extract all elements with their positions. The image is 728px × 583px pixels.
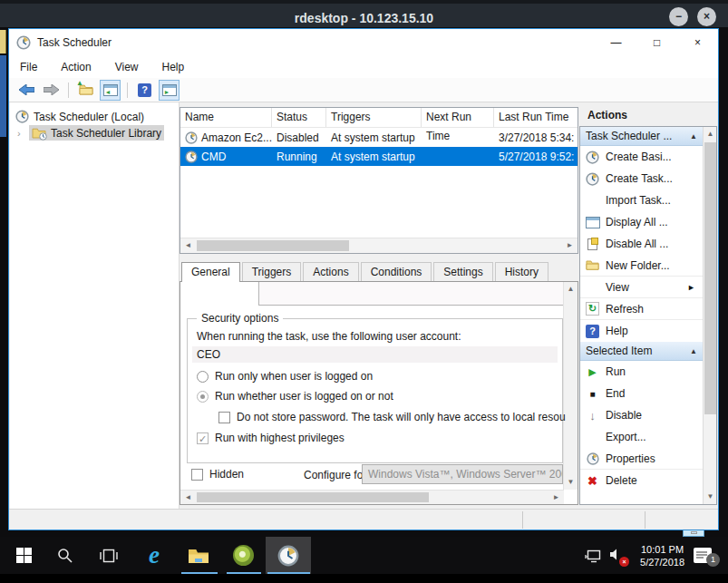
tab-history[interactable]: History: [495, 262, 548, 281]
tab-content-vscrollbar[interactable]: ▲ ▼: [563, 282, 578, 490]
checkbox-run-highest-privileges[interactable]: ✓ Run with highest privileges: [197, 432, 345, 444]
scroll-left-icon[interactable]: ◄: [180, 491, 196, 505]
action-delete[interactable]: ✖ Delete: [580, 470, 703, 491]
notification-count-badge: 1: [706, 553, 720, 567]
scroll-down-icon[interactable]: ▼: [564, 475, 578, 490]
column-header-next-run-time[interactable]: Next Run Time: [422, 108, 494, 127]
notification-center-icon[interactable]: 1: [694, 548, 712, 563]
action-end[interactable]: ■ End: [580, 383, 703, 404]
action-display-all[interactable]: Display All ...: [580, 211, 703, 233]
volume-muted-icon[interactable]: ×: [609, 548, 624, 564]
column-header-triggers[interactable]: Triggers: [326, 108, 422, 127]
task-scheduler-taskbar-button[interactable]: [266, 537, 311, 574]
checkbox-icon[interactable]: [218, 412, 230, 423]
action-disable[interactable]: ↓ Disable: [580, 404, 703, 426]
action-create-basic-task[interactable]: Create Basi...: [580, 146, 703, 168]
action-import-task[interactable]: Import Task...: [580, 189, 703, 211]
tab-content-hscrollbar[interactable]: ◄ ►: [180, 490, 564, 504]
rdesktop-close-button[interactable]: ×: [697, 7, 716, 26]
radio-run-logged-on[interactable]: Run only when user is logged on: [197, 370, 373, 383]
export-list-button[interactable]: ▲: [75, 80, 96, 101]
menu-file[interactable]: File: [20, 61, 37, 73]
kiwi-app-button[interactable]: [223, 537, 263, 574]
tree-selected-item[interactable]: Task Scheduler Library: [29, 125, 164, 141]
rdesktop-session: rdesktop - 10.123.15.10 − × Task Schedul…: [0, 0, 728, 583]
action-view[interactable]: View ►: [580, 277, 703, 298]
toolbar-separator: [68, 83, 69, 98]
show-action-pane-button[interactable]: ►: [159, 80, 180, 101]
task-list-header: Name Status Triggers Next Run Time Last …: [180, 108, 578, 128]
help-toolbar-button[interactable]: ?: [134, 80, 155, 101]
actions-group-selected-item[interactable]: Selected Item ▲: [580, 342, 703, 361]
configure-for-label: Configure for:: [304, 469, 370, 481]
task-row-cmd-selected[interactable]: CMD Running At system startup 5/27/2018 …: [180, 147, 578, 166]
action-new-folder[interactable]: New Folder...: [580, 255, 703, 277]
actions-group-task-scheduler[interactable]: Task Scheduler ... ▲: [580, 127, 703, 146]
menu-action[interactable]: Action: [61, 61, 91, 73]
action-disable-all[interactable]: Disable All ...: [580, 233, 703, 255]
rdesktop-minimize-button[interactable]: −: [669, 7, 688, 26]
clock-widget[interactable]: 10:01 PM 5/27/2018: [640, 543, 684, 568]
menu-view[interactable]: View: [115, 61, 139, 73]
actions-vscrollbar[interactable]: ▲ ▼: [703, 127, 716, 504]
checkbox-hidden[interactable]: Hidden: [191, 468, 244, 481]
configure-for-dropdown[interactable]: Windows Vista™, Windows Server™ 2008: [362, 464, 563, 484]
network-icon[interactable]: [585, 549, 602, 563]
task-view-button[interactable]: [91, 537, 127, 574]
desktop-icon-sliver-blue: [0, 55, 6, 137]
action-refresh[interactable]: ↻ Refresh: [580, 298, 703, 320]
scroll-up-icon[interactable]: ▲: [704, 127, 717, 141]
refresh-icon: ↻: [586, 302, 599, 316]
scrollbar-thumb[interactable]: [197, 240, 349, 251]
task-list-hscrollbar[interactable]: ◄ ►: [180, 238, 578, 253]
scroll-right-icon[interactable]: ►: [548, 491, 564, 505]
actions-list: Task Scheduler ... ▲ Create Basi... Crea…: [579, 126, 717, 505]
action-run[interactable]: ▶ Run: [580, 361, 703, 383]
tab-conditions[interactable]: Conditions: [361, 262, 432, 281]
collapse-icon[interactable]: ▲: [690, 132, 697, 141]
menu-help[interactable]: Help: [162, 61, 185, 73]
submenu-arrow-icon: ►: [687, 283, 695, 292]
scroll-left-icon[interactable]: ◄: [180, 238, 196, 253]
scrollbar-thumb[interactable]: [704, 142, 716, 414]
scroll-right-icon[interactable]: ►: [562, 238, 578, 253]
tree-expander-icon[interactable]: ›: [17, 128, 24, 139]
window-titlebar[interactable]: Task Scheduler — □ ×: [9, 29, 718, 56]
checkbox-icon-checked[interactable]: ✓: [197, 432, 209, 444]
radio-run-logged-on-or-not[interactable]: Run whether user is logged on or not: [197, 390, 393, 403]
action-help[interactable]: ? Help: [580, 320, 703, 342]
checkbox-icon[interactable]: [191, 469, 203, 481]
internet-explorer-button[interactable]: e: [134, 537, 174, 574]
tab-settings[interactable]: Settings: [433, 262, 492, 281]
column-header-name[interactable]: Name: [180, 108, 272, 127]
action-properties[interactable]: Properties: [580, 448, 703, 470]
start-button[interactable]: [5, 537, 42, 574]
close-button[interactable]: ×: [677, 29, 718, 56]
tree-item-task-scheduler-library[interactable]: › Task Scheduler Library: [17, 125, 164, 141]
action-export[interactable]: Export...: [580, 426, 703, 448]
scrollbar-thumb[interactable]: [197, 492, 429, 502]
tab-actions[interactable]: Actions: [303, 262, 358, 281]
tab-general[interactable]: General: [181, 262, 240, 282]
task-next-run: [422, 147, 494, 166]
action-create-task[interactable]: Create Task...: [580, 168, 703, 189]
collapse-icon[interactable]: ▲: [690, 347, 697, 355]
back-button[interactable]: [16, 80, 37, 101]
scroll-down-icon[interactable]: ▼: [704, 490, 717, 504]
forward-button[interactable]: [41, 80, 62, 101]
minimize-button[interactable]: —: [596, 29, 636, 56]
column-header-status[interactable]: Status: [272, 108, 326, 127]
maximize-button[interactable]: □: [636, 29, 677, 56]
task-row-amazon-ec2[interactable]: Amazon Ec2... Disabled At system startup…: [180, 128, 578, 147]
file-explorer-button[interactable]: [178, 537, 219, 574]
tab-triggers[interactable]: Triggers: [242, 262, 302, 281]
show-console-tree-button[interactable]: ◄: [100, 80, 121, 101]
scroll-up-icon[interactable]: ▲: [564, 282, 578, 296]
tree-item-task-scheduler-local[interactable]: Task Scheduler (Local): [15, 109, 144, 124]
checkbox-do-not-store-password[interactable]: Do not store password. The task will onl…: [218, 411, 566, 423]
column-header-last-run-time[interactable]: Last Run Time: [494, 108, 576, 127]
search-button[interactable]: [47, 537, 83, 574]
radio-icon[interactable]: [197, 371, 209, 383]
radio-icon-selected[interactable]: [197, 391, 209, 403]
task-clock-icon: [185, 151, 198, 163]
